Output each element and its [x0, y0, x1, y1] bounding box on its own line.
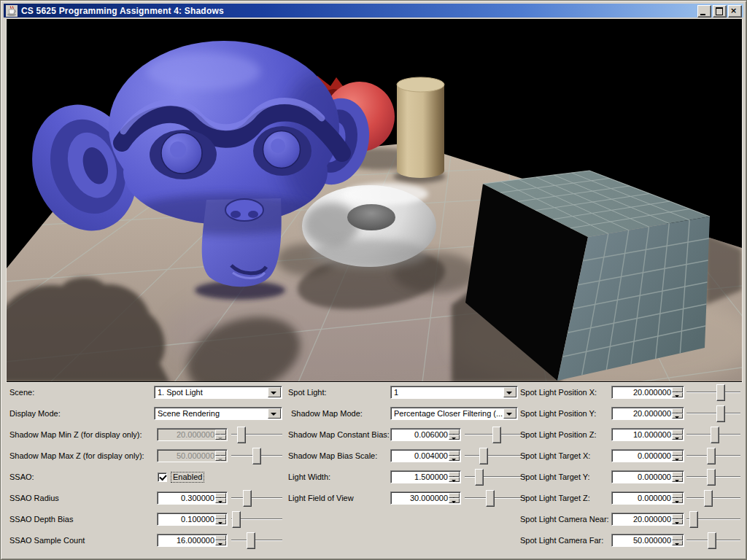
display-mode-select[interactable]: Scene Rendering — [154, 407, 282, 420]
spinner-down-icon[interactable] — [672, 435, 683, 440]
spinner-down-icon[interactable] — [672, 392, 683, 397]
ssao-depth-bias-spinner[interactable]: 0.100000 — [157, 513, 228, 526]
light-field-of-view-slider[interactable] — [465, 491, 527, 505]
slider-thumb[interactable] — [486, 490, 495, 507]
slider-thumb[interactable] — [247, 532, 255, 549]
minimize-button[interactable] — [697, 5, 711, 18]
spinner-down-icon[interactable] — [215, 540, 226, 545]
slider-thumb[interactable] — [237, 427, 246, 443]
ssao-depth-bias-slider[interactable] — [231, 513, 282, 526]
slider-thumb[interactable] — [475, 469, 484, 486]
close-button[interactable]: × — [728, 5, 742, 18]
spinner-down-icon[interactable] — [449, 477, 460, 482]
spot-light-position-z-spinner[interactable]: 10.000000 — [611, 428, 684, 441]
render-viewport[interactable] — [6, 19, 743, 383]
slider-thumb[interactable] — [716, 384, 725, 401]
spinner-up-icon[interactable] — [449, 451, 460, 456]
spinner-up-icon[interactable] — [672, 408, 683, 413]
spinner-up-icon[interactable] — [449, 472, 460, 477]
spinner-down-icon[interactable] — [449, 498, 460, 503]
slider-thumb[interactable] — [704, 490, 713, 507]
spinner-down-icon[interactable] — [672, 456, 683, 461]
spinner-up-icon[interactable] — [672, 387, 683, 392]
slider-thumb[interactable] — [492, 427, 501, 443]
chevron-down-icon[interactable] — [503, 408, 516, 419]
spinner-down-icon[interactable] — [215, 519, 226, 524]
spinner-up-icon[interactable] — [672, 514, 683, 519]
spinner-value: 10.000000 — [614, 429, 671, 440]
shadow-map-max-z-slider[interactable] — [231, 449, 282, 462]
spot-light-target-z-slider[interactable] — [686, 491, 740, 505]
slider-thumb[interactable] — [707, 448, 716, 464]
slider-thumb[interactable] — [232, 511, 241, 528]
spinner-up-icon[interactable] — [215, 514, 226, 519]
shadow-map-bias-scale-slider[interactable] — [465, 449, 527, 462]
spinner-up-icon[interactable] — [672, 472, 683, 477]
spinner-up-icon[interactable] — [672, 429, 683, 435]
spot-light-camera-far-label: Spot Light Camera Far: — [520, 534, 603, 547]
spinner-up-icon[interactable] — [672, 493, 683, 498]
slider-thumb[interactable] — [708, 532, 716, 549]
spot-light-target-x-slider[interactable] — [686, 449, 740, 462]
chevron-down-icon[interactable] — [268, 387, 281, 397]
spot-light-position-x-slider[interactable] — [686, 386, 740, 399]
spot-light-camera-near-spinner[interactable]: 20.000000 — [611, 513, 684, 526]
spinner-down-icon[interactable] — [672, 540, 683, 545]
spinner-down-icon[interactable] — [449, 435, 460, 440]
spot-light-camera-far-slider[interactable] — [686, 534, 740, 547]
spot-light-position-x-spinner[interactable]: 20.000000 — [611, 386, 684, 399]
shadow-map-constant-bias-spinner[interactable]: 0.006000 — [390, 428, 461, 441]
scene-select[interactable]: 1. Spot Light — [154, 386, 282, 399]
spinner-down-icon[interactable] — [672, 519, 683, 524]
spinner-value: 20.000000 — [614, 387, 671, 398]
spot-light-position-y-spinner[interactable]: 20.000000 — [611, 407, 684, 420]
spinner-down-icon[interactable] — [672, 477, 683, 482]
spot-light-select[interactable]: 1 — [390, 386, 518, 399]
spot-light-target-x-spinner[interactable]: 0.000000 — [611, 449, 684, 462]
checkbox-check-icon[interactable] — [158, 472, 167, 482]
slider-thumb[interactable] — [479, 448, 488, 464]
spinner-down-icon[interactable] — [449, 456, 460, 461]
spinner-up-icon[interactable] — [672, 451, 683, 456]
light-width-spinner[interactable]: 1.500000 — [390, 470, 461, 483]
spinner-down-icon[interactable] — [672, 413, 683, 419]
shadow-map-min-z-slider[interactable] — [231, 428, 282, 441]
slider-thumb[interactable] — [689, 511, 698, 528]
spinner-value: 50.000000 — [614, 535, 671, 546]
spot-light-target-z-spinner[interactable]: 0.000000 — [611, 491, 684, 505]
spinner-up-icon[interactable] — [215, 535, 226, 540]
ssao-sample-count-slider[interactable] — [231, 534, 282, 547]
slider-thumb[interactable] — [711, 427, 719, 443]
spinner-up-icon[interactable] — [449, 493, 460, 498]
spot-light-position-z-slider[interactable] — [686, 428, 740, 441]
shadow-map-bias-scale-spinner[interactable]: 0.004000 — [390, 449, 461, 462]
spot-light-target-y-spinner[interactable]: 0.000000 — [611, 470, 684, 483]
light-field-of-view-spinner[interactable]: 30.000000 — [390, 491, 461, 505]
spot-light-position-y-slider[interactable] — [686, 407, 740, 420]
maximize-button[interactable] — [713, 5, 727, 18]
ssao-radius-slider[interactable] — [231, 491, 282, 505]
spinner-down-icon[interactable] — [672, 498, 683, 503]
spot-light-camera-far-spinner[interactable]: 50.000000 — [611, 534, 684, 547]
light-width-slider[interactable] — [465, 470, 527, 483]
combo-value: Percentage Closer Filtering (... — [394, 408, 504, 419]
chevron-down-icon[interactable] — [268, 408, 281, 419]
title-bar[interactable]: CS 5625 Programming Assignment 4: Shadow… — [4, 4, 743, 18]
shadow-map-mode-select[interactable]: Percentage Closer Filtering (... — [390, 407, 518, 420]
spinner-up-icon[interactable] — [672, 535, 683, 540]
spinner-up-icon[interactable] — [449, 429, 460, 435]
ssao-radius-spinner[interactable]: 0.300000 — [157, 491, 228, 505]
spot-light-camera-near-slider[interactable] — [686, 513, 740, 526]
shadow-map-max-z-label: Shadow Map Max Z (for display only): — [9, 449, 144, 462]
spot-light-target-y-slider[interactable] — [686, 470, 740, 483]
chevron-down-icon[interactable] — [503, 387, 516, 397]
slider-thumb[interactable] — [716, 405, 725, 422]
shadow-map-constant-bias-slider[interactable] — [465, 428, 527, 441]
slider-thumb[interactable] — [252, 448, 261, 464]
ssao-enabled-checkbox[interactable]: Enabled — [158, 470, 204, 483]
spinner-down-icon[interactable] — [215, 498, 226, 503]
slider-thumb[interactable] — [243, 490, 252, 507]
slider-thumb[interactable] — [707, 469, 716, 486]
ssao-sample-count-spinner[interactable]: 16.000000 — [157, 534, 228, 547]
spinner-up-icon[interactable] — [215, 493, 226, 498]
